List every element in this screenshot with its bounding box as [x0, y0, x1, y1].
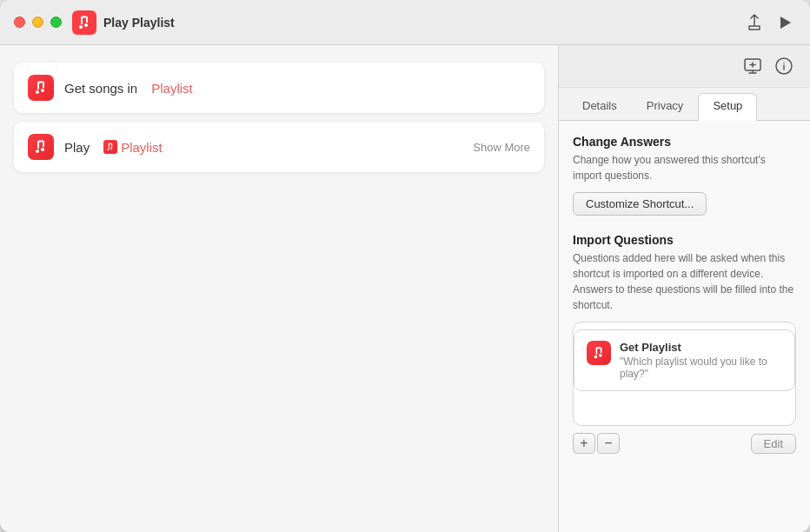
- traffic-lights: [14, 17, 62, 28]
- action-icon-music-2: [28, 134, 54, 160]
- add-remove-buttons: + −: [573, 433, 620, 454]
- action-card-play[interactable]: Play Playlist Show More: [14, 122, 544, 172]
- action-text-2: Play Playlist: [64, 140, 462, 155]
- action-token-text-2: Playlist: [121, 140, 163, 155]
- import-card-text: Get Playlist "Which playlist would you l…: [620, 341, 782, 380]
- action-label-1: Get songs in: [64, 81, 137, 96]
- action-text-1: Get songs in Playlist: [64, 81, 530, 96]
- mini-music-icon: [106, 143, 115, 151]
- import-question-card[interactable]: Get Playlist "Which playlist would you l…: [574, 329, 795, 391]
- action-icon-music-1: [28, 75, 54, 101]
- share-button[interactable]: [746, 14, 763, 31]
- import-music-icon: [592, 346, 606, 360]
- svg-point-2: [783, 63, 785, 64]
- tab-privacy[interactable]: Privacy: [632, 93, 699, 120]
- add-question-button[interactable]: +: [573, 433, 595, 454]
- remove-question-button[interactable]: −: [597, 433, 620, 454]
- right-pane: Details Privacy Setup Change Answers Cha…: [558, 45, 810, 532]
- play-icon: [777, 15, 793, 30]
- minimize-button[interactable]: [32, 17, 43, 28]
- add-question-button[interactable]: [740, 54, 765, 78]
- action-token-1[interactable]: Playlist: [151, 81, 193, 96]
- maximize-button[interactable]: [50, 17, 62, 28]
- music-icon-2: [33, 139, 49, 155]
- change-answers-title: Change Answers: [573, 135, 796, 149]
- play-button[interactable]: [777, 15, 793, 30]
- music-icon-1: [33, 80, 49, 96]
- import-questions-section: Import Questions Questions added here wi…: [573, 233, 796, 454]
- right-content: Change Answers Change how you answered t…: [559, 121, 810, 532]
- customize-shortcut-button[interactable]: Customize Shortcut...: [573, 192, 707, 216]
- import-list-footer: + − Edit: [573, 433, 796, 454]
- import-card-music-icon: [587, 341, 611, 365]
- info-icon: [774, 57, 793, 76]
- import-questions-list: Get Playlist "Which playlist would you l…: [573, 322, 796, 426]
- tabs-container: Details Privacy Setup: [559, 88, 810, 121]
- right-pane-header: [559, 45, 810, 88]
- share-icon: [746, 14, 763, 31]
- app-icon-area: Play Playlist: [72, 10, 175, 35]
- change-answers-desc: Change how you answered this shortcut's …: [573, 152, 796, 183]
- tab-setup[interactable]: Setup: [698, 93, 757, 121]
- music-note-icon: [76, 15, 92, 30]
- app-window: Play Playlist: [0, 0, 810, 532]
- action-label-2: Play: [64, 140, 90, 155]
- titlebar: Play Playlist: [0, 0, 810, 45]
- window-title: Play Playlist: [103, 16, 175, 30]
- show-more-button[interactable]: Show More: [473, 141, 530, 154]
- left-pane: Get songs in Playlist Play: [0, 45, 558, 532]
- titlebar-actions: [746, 14, 793, 31]
- info-button[interactable]: [772, 54, 796, 78]
- add-to-dock-icon: [743, 57, 762, 76]
- close-button[interactable]: [14, 17, 25, 28]
- change-answers-section: Change Answers Change how you answered t…: [573, 135, 796, 229]
- import-card-subtitle: "Which playlist would you like to play?": [620, 356, 782, 380]
- tab-details[interactable]: Details: [568, 93, 632, 120]
- import-questions-desc: Questions added here will be asked when …: [573, 250, 796, 313]
- import-questions-title: Import Questions: [573, 233, 796, 247]
- action-token-2[interactable]: Playlist: [103, 140, 163, 155]
- main-area: Get songs in Playlist Play: [0, 45, 810, 532]
- action-card-get-songs[interactable]: Get songs in Playlist: [14, 63, 544, 113]
- import-card-title: Get Playlist: [620, 341, 782, 354]
- music-app-icon: [72, 10, 96, 35]
- token-music-icon: [103, 140, 117, 154]
- edit-question-button[interactable]: Edit: [751, 434, 796, 454]
